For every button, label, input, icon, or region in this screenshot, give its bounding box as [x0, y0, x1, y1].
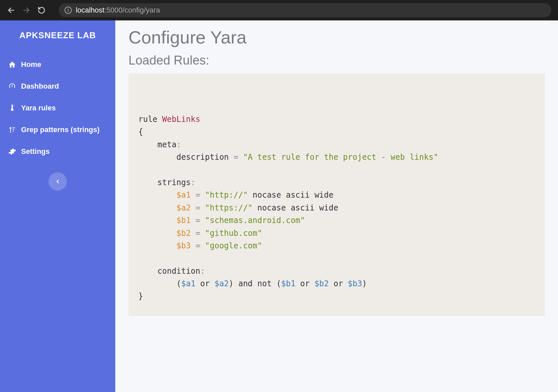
address-bar[interactable]: i localhost:5000/config/yara — [59, 3, 551, 17]
yara-rule-code: rule WebLinks { meta: description = "A t… — [138, 113, 535, 303]
thermometer-icon — [8, 104, 16, 112]
dashboard-icon — [8, 82, 16, 91]
meta-keyword: meta — [157, 140, 177, 149]
code-panel: rule WebLinks { meta: description = "A t… — [128, 73, 545, 316]
brace-open: { — [138, 127, 143, 136]
sidebar-item-grep[interactable]: Grep patterns (strings) — [0, 119, 115, 141]
url-host: localhost — [76, 6, 104, 14]
string-var: $a1 — [177, 190, 191, 200]
collapse-sidebar-button[interactable] — [48, 172, 67, 191]
string-modifier: nocase ascii wide — [253, 203, 338, 212]
string-var: $b2 — [177, 229, 191, 238]
cond-var: $b2 — [315, 279, 329, 288]
strings-keyword: strings — [157, 178, 191, 187]
brand-title: APKSNEEZE LAB — [0, 30, 115, 41]
string-val: "schemas.android.com" — [205, 216, 305, 225]
string-val: "github.com" — [205, 229, 262, 238]
meta-description-value: "A test rule for the project - web links… — [243, 153, 438, 162]
string-var: $a2 — [177, 203, 191, 212]
chevron-left-icon — [55, 179, 61, 184]
sidebar-item-yara[interactable]: Yara rules — [0, 97, 115, 119]
string-modifier: nocase ascii wide — [248, 190, 333, 200]
string-val: "http://" — [205, 190, 248, 200]
cond-var: $a1 — [181, 279, 195, 288]
cond-var: $b1 — [281, 279, 295, 288]
sidebar-item-label: Dashboard — [21, 82, 59, 91]
page-title: Configure Yara — [128, 27, 545, 47]
string-val: "google.com" — [205, 241, 262, 250]
main-content: Configure Yara Loaded Rules: rule WebLin… — [115, 20, 558, 392]
condition-keyword: condition — [157, 266, 200, 276]
string-var: $b3 — [177, 241, 191, 250]
keyword-rule: rule — [138, 115, 157, 124]
meta-description-key: description — [177, 153, 229, 162]
string-var: $b1 — [177, 216, 191, 225]
rule-name: WebLinks — [162, 115, 200, 124]
sidebar-item-label: Yara rules — [21, 104, 56, 112]
sidebar-item-dashboard[interactable]: Dashboard — [0, 75, 115, 97]
home-icon — [8, 60, 16, 69]
sidebar-item-home[interactable]: Home — [0, 54, 115, 75]
url-path: :5000/config/yara — [104, 6, 160, 14]
sidebar-item-label: Grep patterns (strings) — [21, 126, 99, 134]
sidebar-item-label: Settings — [21, 147, 50, 156]
gear-icon — [8, 147, 16, 156]
cond-var: $b3 — [348, 279, 362, 288]
browser-toolbar: i localhost:5000/config/yara — [0, 0, 558, 20]
sidebar-item-label: Home — [21, 60, 41, 69]
forward-button[interactable] — [22, 6, 31, 15]
page-subtitle: Loaded Rules: — [128, 53, 545, 68]
sort-icon — [8, 126, 16, 134]
back-button[interactable] — [7, 6, 16, 15]
cond-var: $a2 — [214, 279, 229, 288]
reload-button[interactable] — [37, 6, 46, 15]
url-text: localhost:5000/config/yara — [76, 6, 160, 14]
sidebar: APKSNEEZE LAB Home Dashboard Yara rules … — [0, 20, 115, 392]
site-info-icon[interactable]: i — [65, 7, 72, 14]
string-val: "https://" — [205, 203, 253, 212]
brace-close: } — [138, 292, 143, 301]
sidebar-item-settings[interactable]: Settings — [0, 141, 115, 162]
